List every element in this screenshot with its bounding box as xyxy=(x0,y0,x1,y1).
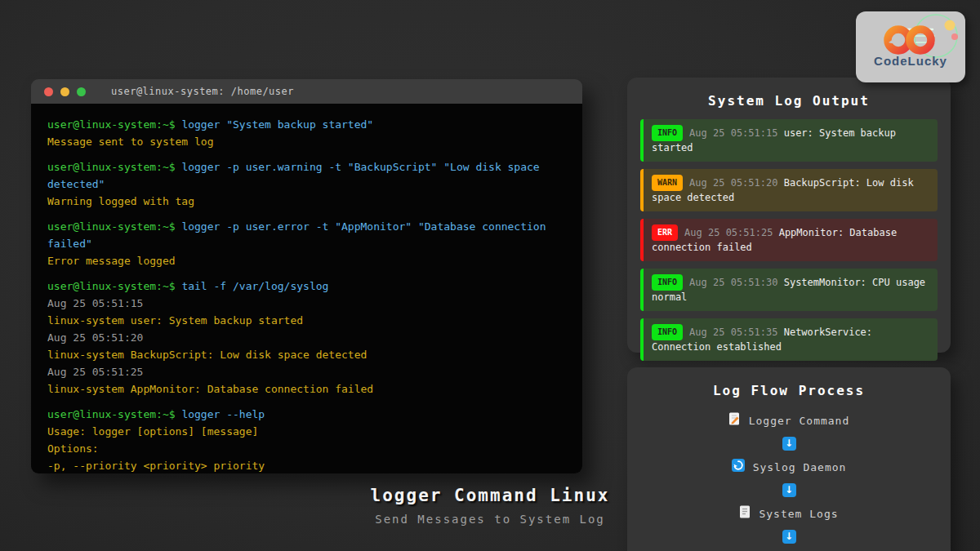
log-flow-panel: Log Flow Process Logger Command↓Syslog D… xyxy=(627,367,951,551)
terminal-body[interactable]: user@linux-system:~$ logger "System back… xyxy=(31,104,582,473)
log-entry: WARNAug 25 05:51:20 BackupScript: Low di… xyxy=(640,169,938,211)
log-level-badge: ERR xyxy=(652,224,678,241)
flow-step-label: Logger Command xyxy=(749,415,850,427)
log-level-badge: INFO xyxy=(652,324,683,340)
terminal-output-line: Aug 25 05:51:15 xyxy=(47,295,566,312)
flow-step-label: System Logs xyxy=(759,508,838,520)
log-timestamp: Aug 25 05:51:35 xyxy=(689,327,784,338)
flow-step-label: Syslog Daemon xyxy=(753,461,847,473)
sync-icon xyxy=(732,459,753,475)
log-entry: INFOAug 25 05:51:30 SystemMonitor: CPU u… xyxy=(640,269,938,311)
log-entry: ERRAug 25 05:51:25 AppMonitor: Database … xyxy=(640,219,938,261)
terminal-prompt: user@linux-system:~$ xyxy=(47,408,181,420)
terminal-title: user@linux-system: /home/user xyxy=(111,86,294,97)
terminal-prompt: user@linux-system:~$ xyxy=(47,161,181,173)
terminal-window: user@linux-system: /home/user user@linux… xyxy=(31,79,582,473)
log-level-badge: INFO xyxy=(652,274,683,291)
minimize-button[interactable] xyxy=(60,87,69,96)
terminal-command-line: user@linux-system:~$ logger -p user.warn… xyxy=(47,158,566,193)
log-entry-list: INFOAug 25 05:51:15 user: System backup … xyxy=(627,109,951,361)
log-timestamp: Aug 25 05:51:20 xyxy=(689,177,784,189)
memo-icon xyxy=(728,412,749,429)
terminal-output-line: -p, --priority <priority> priority xyxy=(47,457,566,473)
terminal-prompt: user@linux-system:~$ xyxy=(47,280,181,292)
log-timestamp: Aug 25 05:51:15 xyxy=(689,127,784,139)
terminal-output-line: linux-system AppMonitor: Database connec… xyxy=(47,380,566,398)
terminal-output-line: Warning logged with tag xyxy=(47,193,566,210)
flow-step: System Logs xyxy=(739,504,838,522)
close-button[interactable] xyxy=(44,87,53,96)
terminal-output-line: linux-system BackupScript: Low disk spac… xyxy=(47,346,566,363)
terminal-output-line: linux-system user: System backup started xyxy=(47,312,566,329)
terminal-prompt: user@linux-system:~$ xyxy=(47,220,181,233)
log-entry: INFOAug 25 05:51:15 user: System backup … xyxy=(640,119,938,162)
log-entry: INFOAug 25 05:51:35 NetworkService: Conn… xyxy=(640,318,938,361)
terminal-output-line: Message sent to system log xyxy=(47,133,566,150)
down-arrow-icon: ↓ xyxy=(782,530,796,544)
flow-step: Logger Command xyxy=(728,411,850,429)
logo-brand-text: CodeLucky xyxy=(874,54,947,68)
terminal-command: logger --help xyxy=(181,408,265,420)
terminal-command: tail -f /var/log/syslog xyxy=(181,280,328,292)
terminal-output-line: Aug 25 05:51:20 xyxy=(47,329,566,346)
codelucky-logo: CodeLucky xyxy=(856,11,965,82)
flow-step-list: Logger Command↓Syslog Daemon↓System Logs… xyxy=(627,410,951,551)
log-timestamp: Aug 25 05:51:30 xyxy=(689,277,784,288)
terminal-command-line: user@linux-system:~$ logger --help xyxy=(47,406,566,423)
log-level-badge: WARN xyxy=(652,175,683,191)
codelucky-logo-icon xyxy=(856,11,965,60)
terminal-output-line: Error message logged xyxy=(47,252,566,269)
terminal-command-line: user@linux-system:~$ tail -f /var/log/sy… xyxy=(47,278,566,295)
log-level-badge: INFO xyxy=(652,125,683,141)
terminal-command-line: user@linux-system:~$ logger "System back… xyxy=(47,116,566,133)
terminal-command: logger "System backup started" xyxy=(181,118,373,131)
maximize-button[interactable] xyxy=(77,87,86,96)
terminal-output-line: Usage: logger [options] [message] xyxy=(47,423,566,440)
system-log-output-panel: System Log Output INFOAug 25 05:51:15 us… xyxy=(627,78,951,353)
terminal-prompt: user@linux-system:~$ xyxy=(47,118,181,131)
down-arrow-icon: ↓ xyxy=(782,437,796,451)
page-icon xyxy=(739,505,759,522)
terminal-command-line: user@linux-system:~$ logger -p user.erro… xyxy=(47,218,566,252)
flow-panel-title: Log Flow Process xyxy=(627,367,951,398)
flow-step: Syslog Daemon xyxy=(732,458,847,476)
log-timestamp: Aug 25 05:51:25 xyxy=(684,227,779,238)
terminal-output-line: Options: xyxy=(47,440,566,457)
terminal-titlebar: user@linux-system: /home/user xyxy=(31,79,582,104)
terminal-output-line: Aug 25 05:51:25 xyxy=(47,363,566,380)
down-arrow-icon: ↓ xyxy=(782,483,796,497)
